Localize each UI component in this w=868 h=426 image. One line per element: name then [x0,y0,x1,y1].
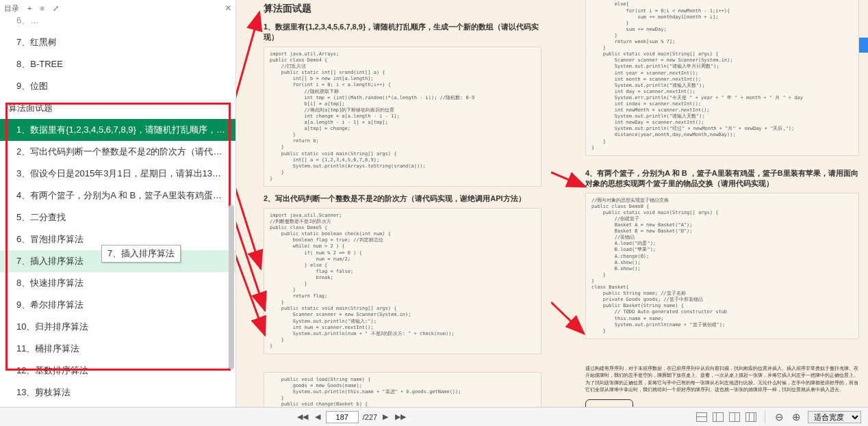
prev-page-button[interactable]: ◀ [314,412,322,421]
view-two-continuous-icon[interactable] [745,412,756,422]
zoom-select[interactable]: 适合宽度 [808,411,861,423]
outline-item[interactable]: 11、桶排序算法 [0,338,235,360]
diagram-sketch [585,399,633,407]
first-page-button[interactable]: ◀◀ [296,412,309,421]
outline-item[interactable]: 12、基数排序算法 [0,360,235,382]
code-block-r1: sum = 365 + newDay; for(int i = 0;i < ne… [585,0,859,156]
page-input[interactable] [326,411,359,423]
next-page-button[interactable]: ▶ [381,412,390,421]
outline-sidebar: 目录 + ≡ ⤢ × 6、… 7、红黑树 8、B-TREE 9、位图 算法面试题… [0,0,236,407]
zoom-out-button[interactable]: ⊖ [774,411,785,423]
outline-item[interactable]: 6、… [0,10,235,31]
outline-item[interactable]: 7、红黑树 [0,31,235,53]
code-block-3: public void load(String name) { goods = … [264,372,541,407]
code-block-r2: //面向对象的思想实现篮子物品交换 public class Demo8 { p… [585,193,859,339]
svg-line-0 [236,12,259,109]
question-1-title: 1、数据里有{1,2,3,4,5,6,7,8,9}，请随机打乱顺序，生成一个新的… [264,22,541,42]
svg-line-3 [236,246,265,335]
svg-line-2 [236,212,265,310]
view-two-page-icon[interactable] [729,412,740,422]
outline-section[interactable]: 算法面试题 [0,97,235,119]
outline-item-selected[interactable]: 1、数据里有{1,2,3,4,5,6,7,8,9}，请随机打乱顺序，生成一... [0,119,235,141]
zoom-in-button[interactable]: ⊕ [791,411,802,423]
outline-item[interactable]: 10、归并排序算法 [0,316,235,338]
outline-item[interactable]: 4、有两个篮子，分别为A 和 B，篮子A里装有鸡蛋，篮子... [0,185,235,207]
question-4-title: 4、有两个篮子，分别为A 和 B ，篮子A里装有鸡蛋，篮子B里装有苹果，请用面向… [585,168,859,189]
document-viewport[interactable]: 算法面试题 1、数据里有{1,2,3,4,5,6,7,8,9}，请随机打乱顺序，… [236,0,868,407]
svg-line-1 [236,178,261,269]
question-2-title: 2、写出代码判断一个整数是不是2的阶次方（请代码实现，谢绝调用API方法） [264,194,541,204]
outline-item[interactable]: 5、二分查找 [0,207,235,228]
outline-item[interactable]: 8、B-TREE [0,53,235,75]
scrollbar-thumb[interactable] [229,205,234,369]
outline-item[interactable]: 8、快速排序算法 [0,272,235,294]
tooltip: 7、插入排序算法 [101,245,181,263]
outline-item[interactable]: 9、位图 [0,75,235,97]
svg-line-4 [551,172,585,187]
paragraph: 通过构建有序序列，对于未排序数据，在已排序序列中从后向前扫描，找到相应的位置并插… [585,365,859,394]
separator [765,411,765,423]
status-bar: ◀◀ ◀ /227 ▶ ▶▶ ⊖ ⊕ 适合宽度 [0,407,868,426]
outline-tree: 6、… 7、红黑树 8、B-TREE 9、位图 算法面试题 1、数据里有{1,2… [0,16,235,407]
page-total: /227 [363,413,377,421]
view-single-icon[interactable] [696,412,707,422]
view-continuous-icon[interactable] [713,412,724,422]
page-left: 算法面试题 1、数据里有{1,2,3,4,5,6,7,8,9}，请随机打乱顺序，… [264,3,541,407]
page-right: sum = 365 + newDay; for(int i = 0;i < ne… [585,0,859,407]
last-page-button[interactable]: ▶▶ [394,412,407,421]
section-title: 算法面试题 [264,3,541,15]
outline-item[interactable]: 2、写出代码判断一个整数是不是2的阶次方（请代码实现... [0,141,235,163]
outline-item[interactable]: 13、剪枝算法 [0,382,235,403]
code-block-1: import java.util.Arrays; public class De… [264,46,541,187]
outline-item[interactable]: 3、假设今日是2015年3月1日，星期日，请算出13个月零... [0,163,235,185]
outline-item[interactable]: 9、希尔排序算法 [0,294,235,316]
code-block-2: import java.util.Scanner; //判断整数是不是2的阶次方… [264,208,541,354]
svg-line-5 [551,302,584,334]
